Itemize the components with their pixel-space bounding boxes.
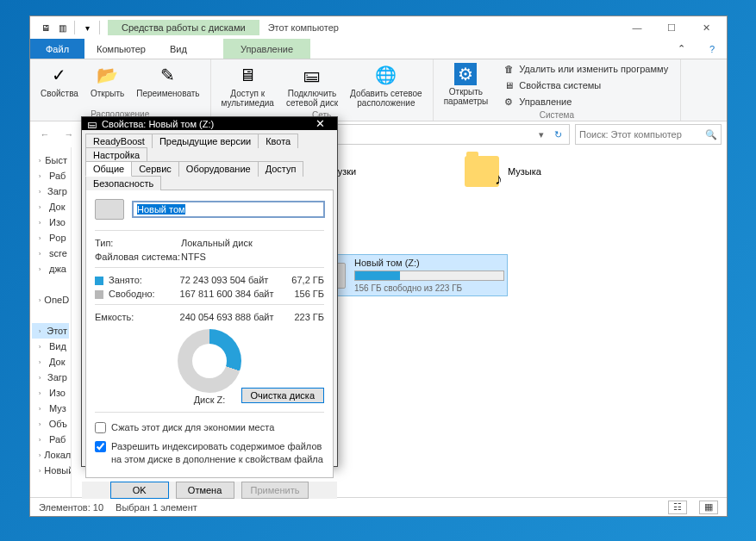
titlebar: 🖥 ▥ ▾ Средства работы с дисками Этот ком… <box>30 16 727 39</box>
uninstall-icon: 🗑 <box>502 62 515 76</box>
sidebar-item[interactable]: ›Раб <box>32 168 69 183</box>
sidebar-item[interactable]: ›scre <box>32 246 69 261</box>
sidebar-item[interactable]: ›OneD <box>32 292 69 308</box>
search-icon: 🔍 <box>705 129 717 140</box>
sidebar-item[interactable]: ›Объ <box>32 416 69 432</box>
compress-checkbox-row[interactable]: Сжать этот диск для экономии места <box>95 421 324 433</box>
ribbon-props-button[interactable]: ✓Свойства <box>35 61 84 109</box>
menu-manage[interactable]: Управление <box>223 39 310 59</box>
dialog-tab[interactable]: Общие <box>85 161 132 177</box>
capacity-bytes: 240 054 693 888 байт <box>180 312 282 322</box>
open-icon: 📂 <box>96 63 120 87</box>
ribbon-open-button[interactable]: 📂Открыть <box>85 61 129 109</box>
addnet-icon: 🌐 <box>374 63 398 87</box>
dialog-tab[interactable]: Предыдущие версии <box>152 134 259 148</box>
volume-name-input[interactable] <box>133 202 324 217</box>
netdrive-icon: 🖴 <box>300 63 324 87</box>
sidebar-item[interactable]: ›Новый том (Z:) <box>32 463 69 478</box>
sidebar-item[interactable]: ›Локальный диск <box>32 447 69 463</box>
ok-button[interactable]: OK <box>110 482 169 499</box>
ribbon-rename-button[interactable]: ✎Переименовать <box>131 61 204 109</box>
dialog-tab[interactable]: Сервис <box>131 161 179 177</box>
drive-item[interactable]: Новый том (Z:)156 ГБ свободно из 223 ГБ <box>309 254 508 296</box>
help-icon[interactable]: ? <box>697 39 727 59</box>
sidebar-item[interactable]: ›Док <box>32 199 69 215</box>
sidebar-item[interactable] <box>32 308 69 323</box>
sysprops-icon: 🖥 <box>502 78 515 92</box>
sidebar-item[interactable]: ›Муз <box>32 401 69 416</box>
sidebar-item[interactable]: ›Этот <box>32 323 69 339</box>
index-checkbox[interactable] <box>95 441 106 452</box>
sidebar-item[interactable]: ›Быст <box>32 152 69 168</box>
view-details-button[interactable]: ☷ <box>668 501 687 514</box>
folder-item[interactable]: ♪Музыка <box>465 156 620 187</box>
free-label: Свободно: <box>95 289 180 299</box>
dialog-tab[interactable]: Безопасность <box>85 176 161 190</box>
sidebar-item[interactable]: ›Вид <box>32 339 69 354</box>
ribbon-manage-button[interactable]: ⚙Управление <box>498 94 672 109</box>
dialog-tab[interactable]: ReadyBoost <box>85 134 153 148</box>
maximize-button[interactable]: ☐ <box>654 16 689 39</box>
ribbon-netdrive-button[interactable]: 🖴Подключить сетевой диск <box>281 61 343 109</box>
dialog-close-button[interactable]: ✕ <box>308 117 332 130</box>
menu-file[interactable]: Файл <box>30 39 84 59</box>
ribbon-openparams-button[interactable]: ⚙Открыть параметры <box>439 61 494 109</box>
refresh-icon[interactable]: ↻ <box>551 129 565 140</box>
sidebar-item[interactable]: ›джа <box>32 261 69 277</box>
capacity-gb: 223 ГБ <box>282 312 324 322</box>
used-bytes: 72 243 093 504 байт <box>180 275 282 285</box>
ribbon-collapse-icon[interactable]: ⌃ <box>665 39 697 59</box>
menu-view[interactable]: Вид <box>158 39 199 59</box>
nav-fwd-button[interactable]: → <box>59 125 78 144</box>
drive-subtext: 156 ГБ свободно из 223 ГБ <box>354 283 504 293</box>
sidebar-item[interactable]: ›Раб <box>32 432 69 447</box>
ribbon-sysprops-button[interactable]: 🖥Свойства системы <box>498 78 672 93</box>
sidebar-item[interactable]: ›Загр <box>32 183 69 199</box>
close-button[interactable]: ✕ <box>689 16 723 39</box>
filesystem-value: NTFS <box>181 252 206 262</box>
app-icon: 🖥 <box>39 21 53 34</box>
qat-props-icon[interactable]: ▥ <box>55 21 69 34</box>
minimize-button[interactable]: — <box>620 16 654 39</box>
sidebar-item[interactable]: ›Загр <box>32 370 69 385</box>
address-dropdown-icon[interactable]: ▾ <box>535 129 547 140</box>
sidebar-item[interactable]: ›Док <box>32 354 69 370</box>
properties-dialog: 🖴 Свойства: Новый том (Z:) ✕ ReadyBoostП… <box>81 116 338 467</box>
nav-back-button[interactable]: ← <box>35 125 54 144</box>
view-icons-button[interactable]: ▦ <box>699 501 718 514</box>
filesystem-label: Файловая система: <box>95 252 181 262</box>
drive-icon: 🖴 <box>87 119 97 129</box>
ribbon-group-system: Система <box>439 109 675 121</box>
status-count: Элементов: 10 <box>39 502 103 513</box>
sidebar-item[interactable] <box>32 277 69 292</box>
sidebar-item[interactable]: ›Изо <box>32 215 69 230</box>
rename-icon: ✎ <box>156 63 180 87</box>
search-input[interactable] <box>579 129 705 140</box>
drive-name: Новый том (Z:) <box>354 258 504 268</box>
dialog-tab[interactable]: Оборудование <box>178 161 259 177</box>
sidebar-item[interactable]: ›Pop <box>32 230 69 246</box>
cancel-button[interactable]: Отмена <box>176 482 234 499</box>
status-selection: Выбран 1 элемент <box>116 502 197 513</box>
compress-checkbox[interactable] <box>95 422 106 433</box>
folder-icon: ♪ <box>465 156 499 187</box>
cleanup-button[interactable]: Очистка диска <box>241 388 324 403</box>
sidebar-item[interactable]: ›Изо <box>32 385 69 401</box>
media-icon: 🖥 <box>235 63 259 87</box>
dialog-tab[interactable]: Настройка <box>85 147 147 162</box>
ribbon-addnet-button[interactable]: 🌐Добавить сетевое расположение <box>345 61 428 109</box>
used-gb: 67,2 ГБ <box>282 275 324 285</box>
search-box[interactable]: 🔍 <box>575 124 722 145</box>
ribbon: ✓Свойства 📂Открыть ✎Переименовать Распол… <box>30 59 727 121</box>
window-title: Этот компьютер <box>259 22 347 33</box>
dialog-tab[interactable]: Доступ <box>258 161 304 177</box>
index-checkbox-row[interactable]: Разрешить индексировать содержимое файло… <box>95 440 324 465</box>
menu-computer[interactable]: Компьютер <box>84 39 158 59</box>
dialog-tab[interactable]: Квота <box>258 134 298 148</box>
qat-new-icon[interactable]: ▾ <box>80 21 94 34</box>
ribbon-media-button[interactable]: 🖥Доступ к мультимедиа <box>216 61 279 109</box>
apply-button[interactable]: Применить <box>241 482 309 499</box>
ribbon-uninstall-button[interactable]: 🗑Удалить или изменить программу <box>498 61 672 77</box>
tab-general-page: Тип:Локальный диск Файловая система:NTFS… <box>85 190 334 478</box>
free-gb: 156 ГБ <box>282 289 324 299</box>
